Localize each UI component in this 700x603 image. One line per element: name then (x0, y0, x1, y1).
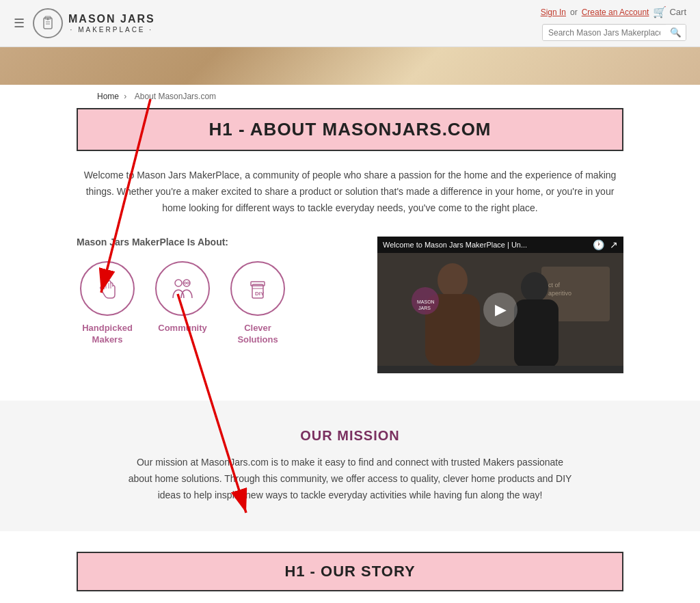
top-nav: ☰ MASON JARS · MAKERPLACE · Sign In or C… (0, 0, 700, 47)
about-left: Mason Jars MakerPlace Is About: Handpick… (77, 237, 357, 346)
logo-area: MASON JARS · MAKERPLACE · (33, 8, 155, 38)
icon-community: Community (152, 261, 213, 334)
story-section: H1 - OUR STORY (77, 531, 623, 603)
hero-banner (0, 47, 700, 85)
handpicked-icon-circle (80, 261, 135, 316)
svg-point-21 (438, 263, 468, 297)
mission-text: Our mission at MasonJars.com is to make … (124, 455, 576, 503)
logo-icon (33, 8, 63, 38)
svg-text:JARS: JARS (418, 306, 431, 310)
breadcrumb-separator: › (124, 92, 126, 101)
play-button[interactable]: ▶ (483, 293, 517, 327)
nav-left: ☰ MASON JARS · MAKERPLACE · (14, 8, 155, 38)
handpicked-label: HandpickedMakers (82, 323, 133, 346)
mission-section: OUR MISSION Our mission at MasonJars.com… (0, 401, 700, 531)
svg-text:aperitivo: aperitivo (548, 290, 571, 297)
community-icon-circle (155, 261, 210, 316)
svg-point-11 (187, 282, 189, 284)
or-text: or (570, 8, 578, 17)
create-account-link[interactable]: Create an Account (582, 8, 649, 17)
community-label: Community (158, 323, 207, 334)
svg-text:ct of: ct of (548, 282, 561, 289)
hamburger-icon[interactable]: ☰ (14, 16, 25, 31)
cart-icon: 🛒 (653, 5, 667, 18)
svg-point-23 (521, 272, 548, 302)
clock-icon: 🕐 (593, 239, 604, 250)
search-input[interactable] (543, 25, 666, 40)
nav-links: Sign In or Create an Account 🛒 Cart (541, 5, 686, 18)
search-bar: 🔍 (542, 24, 686, 41)
cart-label: Cart (669, 7, 686, 17)
h1-about-title: H1 - ABOUT MASONJARS.COM (92, 119, 608, 140)
logo-title: MASON JARS (68, 12, 155, 25)
video-title-bar: Welcome to Mason Jars MakerPlace | Un...… (377, 237, 623, 253)
clever-solutions-label: CleverSolutions (237, 323, 278, 346)
breadcrumb-home[interactable]: Home (97, 92, 119, 101)
search-button[interactable]: 🔍 (666, 25, 686, 40)
icon-clever-solutions: DIY CleverSolutions (227, 261, 288, 346)
h1-about-box: H1 - ABOUT MASONJARS.COM (77, 108, 623, 151)
mission-heading: OUR MISSION (124, 428, 576, 444)
svg-rect-24 (514, 299, 558, 366)
logo-text: MASON JARS · MAKERPLACE · (68, 12, 155, 34)
video-thumbnail[interactable]: Welcome to Mason Jars MakerPlace | Un...… (377, 237, 623, 373)
svg-point-7 (47, 18, 49, 21)
clever-icon-circle: DIY (230, 261, 285, 316)
svg-text:DIY: DIY (255, 291, 265, 297)
cart-area[interactable]: 🛒 Cart (653, 5, 686, 18)
logo-subtitle: · MAKERPLACE · (68, 26, 155, 34)
about-right: Welcome to Mason Jars MakerPlace | Un...… (377, 237, 623, 373)
about-label: Mason Jars MakerPlace Is About: (77, 237, 357, 247)
about-section: Mason Jars MakerPlace Is About: Handpick… (77, 237, 623, 373)
icons-row: HandpickedMakers (77, 261, 357, 346)
breadcrumb: Home › About MasonJars.com (77, 85, 623, 108)
intro-text: Welcome to Mason Jars MakerPlace, a comm… (77, 168, 623, 216)
share-icon: ↗ (610, 239, 618, 250)
video-controls: 🕐 ↗ (593, 239, 618, 250)
sign-in-link[interactable]: Sign In (541, 8, 566, 17)
icon-handpicked-makers: HandpickedMakers (77, 261, 138, 346)
video-body[interactable]: ct of aperitivo MASON JARS ▶ (377, 253, 623, 366)
video-title-text: Welcome to Mason Jars MakerPlace | Un... (383, 241, 593, 249)
h1-story-box: H1 - OUR STORY (77, 552, 623, 591)
svg-point-8 (175, 280, 182, 286)
nav-right: Sign In or Create an Account 🛒 Cart 🔍 (541, 5, 686, 41)
h1-story-title: H1 - OUR STORY (92, 563, 608, 580)
svg-point-10 (185, 282, 187, 284)
svg-text:MASON: MASON (417, 299, 435, 304)
breadcrumb-current: About MasonJars.com (135, 92, 216, 101)
